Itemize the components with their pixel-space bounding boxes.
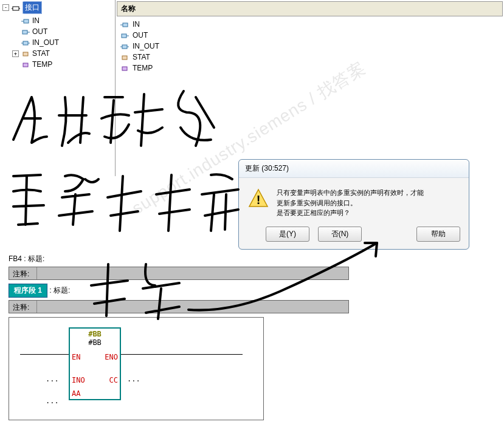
fb-type-name: #BB bbox=[70, 338, 120, 347]
port-stub[interactable]: ... bbox=[46, 375, 59, 383]
tree-item-label: TEMP bbox=[32, 60, 52, 69]
no-button[interactable]: 否(N) bbox=[318, 227, 362, 242]
comment-field[interactable] bbox=[37, 267, 348, 279]
fb-instance-name: #BB bbox=[70, 329, 120, 338]
list-item[interactable]: IN_OUT bbox=[118, 41, 502, 52]
network-title: : 标题: bbox=[49, 286, 70, 295]
dialog-line: 更新多重实例调用的接口。 bbox=[277, 198, 424, 208]
column-header-name[interactable]: 名称 bbox=[117, 1, 503, 16]
svg-rect-5 bbox=[22, 30, 27, 34]
port-ino[interactable]: INO bbox=[72, 376, 85, 384]
tree-item-label: IN_OUT bbox=[32, 38, 59, 47]
yes-button[interactable]: 是(Y) bbox=[266, 227, 309, 242]
svg-rect-19 bbox=[122, 56, 127, 60]
param-icon bbox=[120, 21, 129, 27]
svg-text:!: ! bbox=[257, 193, 261, 206]
list-item-label: STAT bbox=[133, 53, 150, 61]
port-stub[interactable]: ... bbox=[127, 375, 140, 383]
svg-rect-20 bbox=[122, 67, 127, 70]
list-item[interactable]: OUT bbox=[118, 30, 502, 41]
list-item[interactable]: STAT bbox=[118, 52, 502, 63]
svg-rect-7 bbox=[23, 41, 28, 45]
interface-icon bbox=[12, 5, 20, 11]
param-icon bbox=[21, 39, 30, 46]
param-icon bbox=[21, 61, 30, 67]
editor-area: FB4 : 标题: 注释: 程序段 1 : 标题: 注释: #BB #BB EN… bbox=[0, 254, 504, 420]
svg-rect-10 bbox=[23, 52, 28, 56]
port-eno[interactable]: ENO bbox=[105, 353, 118, 361]
warning-icon: ! bbox=[247, 188, 269, 210]
tree-item[interactable]: OUT bbox=[0, 26, 115, 37]
power-rail bbox=[20, 354, 69, 355]
svg-rect-3 bbox=[24, 19, 29, 23]
svg-rect-16 bbox=[122, 45, 127, 49]
port-aa[interactable]: AA bbox=[72, 389, 80, 398]
fb-block[interactable]: #BB #BB EN ENO INO CC AA bbox=[69, 327, 121, 400]
param-icon bbox=[120, 32, 129, 38]
update-dialog: 更新 (30:527) ! 只有变量声明表中的多重实例的声明有效时，才能 更新多… bbox=[238, 159, 469, 250]
port-stub[interactable]: ... bbox=[46, 397, 59, 405]
tree-root[interactable]: 接口 bbox=[0, 0, 115, 15]
tree-item-label: STAT bbox=[32, 49, 50, 58]
dialog-title: 更新 (30:527) bbox=[239, 160, 469, 178]
network-comment-row[interactable]: 注释: bbox=[9, 300, 349, 313]
power-rail bbox=[121, 354, 243, 355]
param-icon bbox=[21, 18, 30, 24]
list-item-label: IN_OUT bbox=[133, 42, 159, 50]
svg-rect-12 bbox=[123, 23, 128, 27]
parameter-list[interactable]: IN OUT IN_OUT STAT TEMP bbox=[116, 16, 504, 76]
dialog-line: 是否要更正相应的声明？ bbox=[277, 208, 424, 218]
list-item-label: TEMP bbox=[133, 64, 153, 72]
dialog-message: 只有变量声明表中的多重实例的声明有效时，才能 更新多重实例调用的接口。 是否要更… bbox=[277, 188, 424, 218]
tree-item[interactable]: IN_OUT bbox=[0, 37, 115, 48]
network-label[interactable]: 程序段 1 bbox=[9, 284, 47, 298]
port-cc[interactable]: CC bbox=[109, 376, 118, 384]
comment-label: 注释: bbox=[9, 301, 37, 313]
tree-item[interactable]: STAT bbox=[0, 48, 115, 59]
tree-item[interactable]: IN bbox=[0, 15, 115, 26]
top-panel-split: 接口 IN OUT IN_OUT STAT TEMP 名称 bbox=[0, 0, 504, 176]
param-icon bbox=[120, 43, 129, 49]
interface-tree[interactable]: 接口 IN OUT IN_OUT STAT TEMP bbox=[0, 0, 116, 176]
list-item[interactable]: IN bbox=[118, 19, 502, 30]
expander-icon[interactable] bbox=[12, 50, 19, 57]
list-item-label: IN bbox=[133, 20, 140, 29]
tree-item-label: IN bbox=[32, 16, 40, 25]
comment-field[interactable] bbox=[37, 301, 348, 313]
param-icon bbox=[120, 65, 129, 71]
comment-label: 注释: bbox=[9, 267, 37, 279]
svg-rect-11 bbox=[23, 63, 28, 67]
svg-rect-14 bbox=[122, 34, 126, 38]
port-en[interactable]: EN bbox=[72, 353, 80, 361]
dialog-line: 只有变量声明表中的多重实例的声明有效时，才能 bbox=[277, 188, 424, 198]
parameter-panel: 名称 IN OUT IN_OUT STAT TEMP bbox=[116, 0, 504, 176]
list-item[interactable]: TEMP bbox=[118, 63, 502, 73]
list-item-label: OUT bbox=[133, 31, 148, 39]
block-header: FB4 : 标题: bbox=[9, 254, 495, 264]
svg-rect-0 bbox=[13, 7, 19, 10]
tree-root-label: 接口 bbox=[22, 1, 42, 14]
param-icon bbox=[21, 29, 30, 35]
ladder-canvas[interactable]: #BB #BB EN ENO INO CC AA ... ... ... bbox=[9, 317, 264, 420]
tree-item-label: OUT bbox=[32, 27, 47, 36]
param-icon bbox=[120, 54, 129, 60]
param-icon bbox=[21, 50, 30, 56]
tree-item[interactable]: TEMP bbox=[0, 59, 115, 70]
help-button[interactable]: 帮助 bbox=[416, 227, 460, 242]
expander-icon[interactable] bbox=[2, 4, 9, 11]
block-comment-row[interactable]: 注释: bbox=[9, 267, 349, 280]
